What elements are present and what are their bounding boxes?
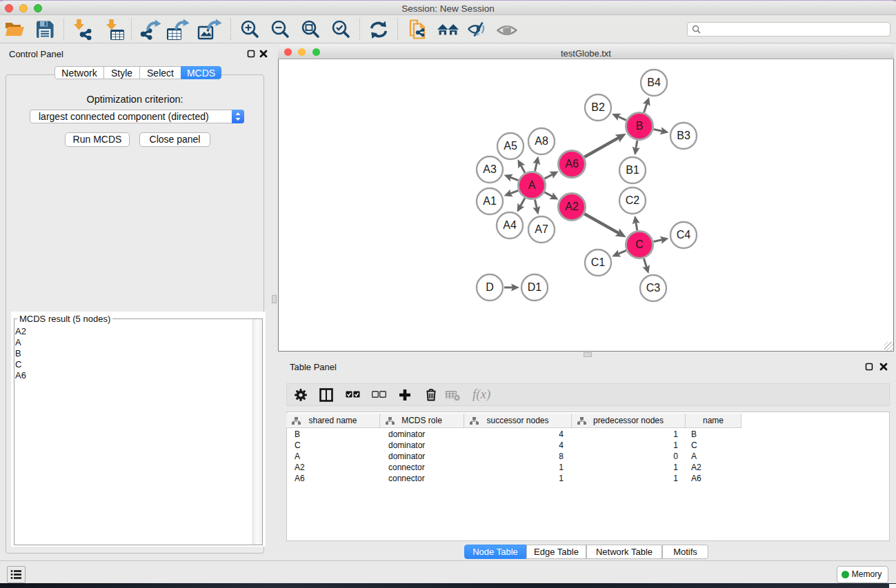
svg-text:C1: C1 xyxy=(591,256,606,268)
svg-text:A6: A6 xyxy=(565,158,579,170)
svg-text:A3: A3 xyxy=(483,163,497,175)
svg-text:D1: D1 xyxy=(528,281,542,293)
svg-text:A4: A4 xyxy=(503,219,517,231)
svg-text:C: C xyxy=(635,239,644,250)
svg-text:C3: C3 xyxy=(646,282,661,294)
svg-text:A8: A8 xyxy=(535,135,548,147)
svg-text:A7: A7 xyxy=(535,223,548,235)
svg-text:B1: B1 xyxy=(626,164,639,176)
svg-text:B4: B4 xyxy=(647,77,661,88)
svg-text:A1: A1 xyxy=(483,195,497,207)
svg-text:A2: A2 xyxy=(565,201,579,212)
svg-text:B2: B2 xyxy=(591,101,605,113)
svg-text:D: D xyxy=(486,281,494,293)
svg-text:A: A xyxy=(528,179,536,191)
svg-text:A5: A5 xyxy=(504,140,517,152)
svg-text:C4: C4 xyxy=(677,229,691,241)
svg-text:C2: C2 xyxy=(626,194,640,206)
svg-text:B: B xyxy=(636,120,644,132)
svg-text:B3: B3 xyxy=(677,130,690,141)
